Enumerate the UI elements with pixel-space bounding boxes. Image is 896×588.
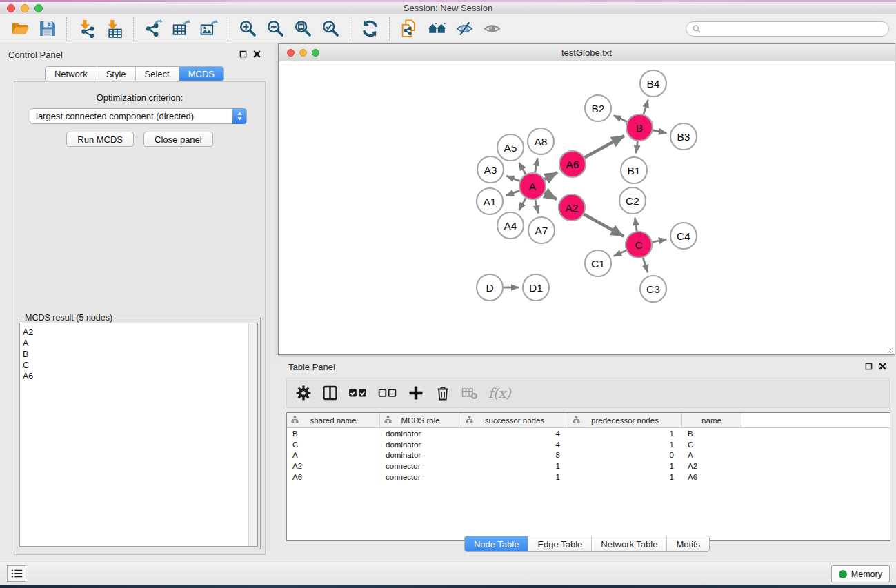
delete-column-icon[interactable] xyxy=(435,383,451,403)
tab-select[interactable]: Select xyxy=(135,67,179,81)
table-cell[interactable]: 1 xyxy=(568,429,682,438)
graph-node-B1[interactable]: B1 xyxy=(621,157,647,183)
result-list-item[interactable]: A xyxy=(20,338,257,349)
column-header-mcds-role[interactable]: MCDS role xyxy=(380,413,461,427)
graph-edge-A-A4[interactable] xyxy=(519,198,526,210)
graph-node-A2[interactable]: A2 xyxy=(559,194,585,221)
table-cell[interactable]: A xyxy=(287,451,380,459)
mcds-result-list[interactable]: A2ABCA6 xyxy=(19,323,258,547)
zoom-selected-icon[interactable] xyxy=(319,18,341,40)
import-network-icon[interactable] xyxy=(75,18,97,40)
column-header-name[interactable]: name xyxy=(682,413,741,427)
tab-node-table[interactable]: Node Table xyxy=(465,536,528,551)
table-cell[interactable]: C xyxy=(287,440,380,449)
table-cell[interactable]: B xyxy=(287,429,380,438)
table-cell[interactable]: A2 xyxy=(287,462,380,470)
result-list-item[interactable]: A2 xyxy=(20,327,257,338)
graph-node-C2[interactable]: C2 xyxy=(619,187,646,214)
graph-node-A8[interactable]: A8 xyxy=(528,128,554,154)
column-visibility-icon[interactable] xyxy=(322,383,338,403)
export-image-icon[interactable] xyxy=(197,18,219,40)
graph-node-A1[interactable]: A1 xyxy=(477,188,503,214)
export-table-icon[interactable] xyxy=(170,18,192,40)
result-list-item[interactable]: B xyxy=(20,349,257,360)
memory-button[interactable]: Memory xyxy=(831,565,890,582)
result-list-item[interactable]: A6 xyxy=(20,371,257,382)
add-column-icon[interactable] xyxy=(408,383,424,403)
graph-node-B4[interactable]: B4 xyxy=(640,70,666,97)
graph-edge-A2-C[interactable] xyxy=(584,214,624,236)
hide-graphics-details-icon[interactable] xyxy=(453,18,475,40)
graph-node-C4[interactable]: C4 xyxy=(670,223,697,249)
resize-grip-icon[interactable] xyxy=(886,345,894,354)
network-canvas[interactable]: AA1A2A3A4A5A6A7A8BB1B2B3B4CC1C2C3C4DD1 xyxy=(279,61,895,354)
result-scrollbar[interactable] xyxy=(248,323,257,546)
table-row[interactable]: Adominator80A xyxy=(287,450,890,461)
criterion-select[interactable]: largest connected component (directed) xyxy=(30,108,247,124)
graph-edge-B-B3[interactable] xyxy=(653,130,667,133)
table-cell[interactable]: A6 xyxy=(287,473,380,481)
graph-node-B2[interactable]: B2 xyxy=(585,95,611,121)
table-cell[interactable]: 1 xyxy=(568,440,682,449)
graph-node-A6[interactable]: A6 xyxy=(559,151,586,177)
graph-node-A7[interactable]: A7 xyxy=(528,217,555,243)
graph-edge-A-A1[interactable] xyxy=(506,191,520,196)
tab-edge-table[interactable]: Edge Table xyxy=(528,536,591,551)
table-cell[interactable]: connector xyxy=(380,473,461,481)
graph-edge-C-C4[interactable] xyxy=(653,239,667,242)
table-cell[interactable]: 1 xyxy=(461,462,568,470)
table-row[interactable]: Bdominator41B xyxy=(287,428,890,439)
graph-edge-B-B1[interactable] xyxy=(636,141,637,153)
home-layout-icon[interactable] xyxy=(426,18,448,40)
export-network-icon[interactable] xyxy=(142,18,164,40)
table-cell[interactable]: A xyxy=(682,451,741,459)
zoom-out-icon[interactable] xyxy=(264,18,286,40)
search-input[interactable] xyxy=(701,24,888,34)
show-graphics-details-icon[interactable] xyxy=(481,18,503,40)
tab-network-table[interactable]: Network Table xyxy=(591,536,666,551)
table-row[interactable]: A2connector11A2 xyxy=(287,460,890,472)
graph-node-A3[interactable]: A3 xyxy=(477,156,504,183)
column-header-successor-nodes[interactable]: successor nodes xyxy=(461,413,568,427)
table-cell[interactable]: 1 xyxy=(568,462,682,470)
graph-edge-A6-B[interactable] xyxy=(585,136,625,157)
table-cell[interactable]: A2 xyxy=(682,462,741,470)
close-panel-button[interactable]: Close panel xyxy=(143,132,213,147)
graph-edge-B-B2[interactable] xyxy=(614,116,627,122)
table-cell[interactable]: C xyxy=(682,440,741,449)
table-settings-icon[interactable] xyxy=(295,383,312,403)
table-cell[interactable]: A6 xyxy=(682,473,741,481)
graph-edge-A-A7[interactable] xyxy=(535,200,538,214)
graph-edge-A-A5[interactable] xyxy=(519,163,526,174)
table-row[interactable]: Cdominator41C xyxy=(287,439,890,450)
graph-edge-C-C2[interactable] xyxy=(635,218,637,231)
table-row[interactable]: A6connector11A6 xyxy=(287,472,890,483)
graph-node-C[interactable]: C xyxy=(626,232,652,258)
close-panel-icon[interactable] xyxy=(253,50,261,58)
table-cell[interactable]: dominator xyxy=(380,451,461,459)
table-cell[interactable]: 0 xyxy=(568,451,682,459)
table-cell[interactable]: 1 xyxy=(461,473,568,481)
close-table-panel-icon[interactable] xyxy=(879,363,886,370)
refresh-view-icon[interactable] xyxy=(359,18,381,40)
graph-node-A5[interactable]: A5 xyxy=(497,134,524,161)
graph-node-B3[interactable]: B3 xyxy=(670,123,697,150)
select-all-icon[interactable] xyxy=(348,383,368,403)
table-cell[interactable]: 8 xyxy=(461,451,568,459)
graph-edge-A-A6[interactable] xyxy=(545,172,558,179)
import-table-icon[interactable] xyxy=(103,18,125,40)
deselect-all-icon[interactable] xyxy=(378,383,397,403)
graph-node-A4[interactable]: A4 xyxy=(497,212,524,239)
graph-edge-A-A3[interactable] xyxy=(506,176,519,181)
table-cell[interactable]: connector xyxy=(380,462,461,470)
column-header-predecessor-nodes[interactable]: predecessor nodes xyxy=(568,413,682,427)
result-list-item[interactable]: C xyxy=(20,360,257,371)
table-cell[interactable]: 4 xyxy=(461,429,568,438)
zoom-in-icon[interactable] xyxy=(237,18,259,40)
tab-motifs[interactable]: Motifs xyxy=(666,536,709,551)
clone-network-icon[interactable] xyxy=(398,18,420,40)
graph-edge-C-C1[interactable] xyxy=(614,250,626,256)
graph-edge-A-A2[interactable] xyxy=(545,193,557,200)
zoom-fit-icon[interactable] xyxy=(292,18,314,40)
search-box[interactable] xyxy=(686,21,889,37)
